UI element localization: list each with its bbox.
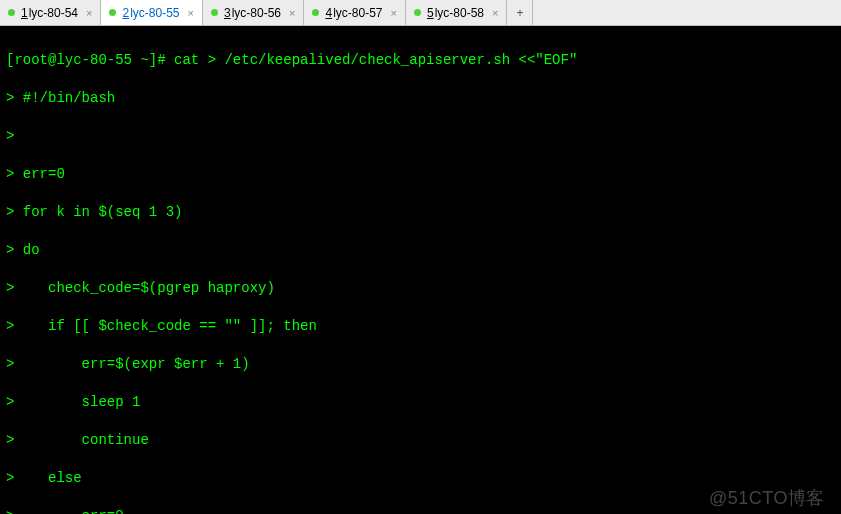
tab-label: lyc-80-57 — [333, 6, 382, 20]
command-text: cat > /etc/keepalived/check_apiserver.sh… — [174, 52, 577, 68]
close-icon[interactable]: × — [391, 7, 397, 19]
tab-hotkey: 4 — [325, 6, 332, 20]
terminal-line: > #!/bin/bash — [6, 89, 835, 108]
tab-hotkey: 1 — [21, 6, 28, 20]
terminal-line: > — [6, 127, 835, 146]
status-dot-icon — [8, 9, 15, 16]
close-icon[interactable]: × — [289, 7, 295, 19]
terminal-pane[interactable]: [root@lyc-80-55 ~]# cat > /etc/keepalive… — [0, 26, 841, 514]
tab-hotkey: 2 — [122, 6, 129, 20]
prompt: [root@lyc-80-55 ~]# — [6, 52, 174, 68]
tab-label: lyc-80-55 — [130, 6, 179, 20]
terminal-line: > if [[ $check_code == "" ]]; then — [6, 317, 835, 336]
terminal-line: [root@lyc-80-55 ~]# cat > /etc/keepalive… — [6, 51, 835, 70]
tab-hotkey: 3 — [224, 6, 231, 20]
add-tab-button[interactable]: + — [507, 0, 533, 25]
plus-icon: + — [516, 6, 523, 20]
tab-bar-spacer — [533, 0, 841, 25]
tab-4[interactable]: 4 lyc-80-57 × — [304, 0, 405, 25]
terminal-line: > do — [6, 241, 835, 260]
tab-hotkey: 5 — [427, 6, 434, 20]
status-dot-icon — [211, 9, 218, 16]
terminal-line: > continue — [6, 431, 835, 450]
tab-label: lyc-80-56 — [232, 6, 281, 20]
terminal-line: > err=0 — [6, 165, 835, 184]
close-icon[interactable]: × — [492, 7, 498, 19]
tab-3[interactable]: 3 lyc-80-56 × — [203, 0, 304, 25]
tab-2[interactable]: 2 lyc-80-55 × — [101, 0, 202, 25]
watermark: @51CTO博客 — [709, 489, 825, 508]
tab-label: lyc-80-58 — [435, 6, 484, 20]
tab-bar: 1 lyc-80-54 × 2 lyc-80-55 × 3 lyc-80-56 … — [0, 0, 841, 26]
close-icon[interactable]: × — [86, 7, 92, 19]
status-dot-icon — [414, 9, 421, 16]
status-dot-icon — [312, 9, 319, 16]
terminal-line: > for k in $(seq 1 3) — [6, 203, 835, 222]
status-dot-icon — [109, 9, 116, 16]
terminal-line: > sleep 1 — [6, 393, 835, 412]
terminal-line: > err=$(expr $err + 1) — [6, 355, 835, 374]
tab-label: lyc-80-54 — [29, 6, 78, 20]
terminal-line: > err=0 — [6, 507, 835, 514]
tab-5[interactable]: 5 lyc-80-58 × — [406, 0, 507, 25]
tab-1[interactable]: 1 lyc-80-54 × — [0, 0, 101, 25]
terminal-line: > else — [6, 469, 835, 488]
close-icon[interactable]: × — [188, 7, 194, 19]
terminal-line: > check_code=$(pgrep haproxy) — [6, 279, 835, 298]
